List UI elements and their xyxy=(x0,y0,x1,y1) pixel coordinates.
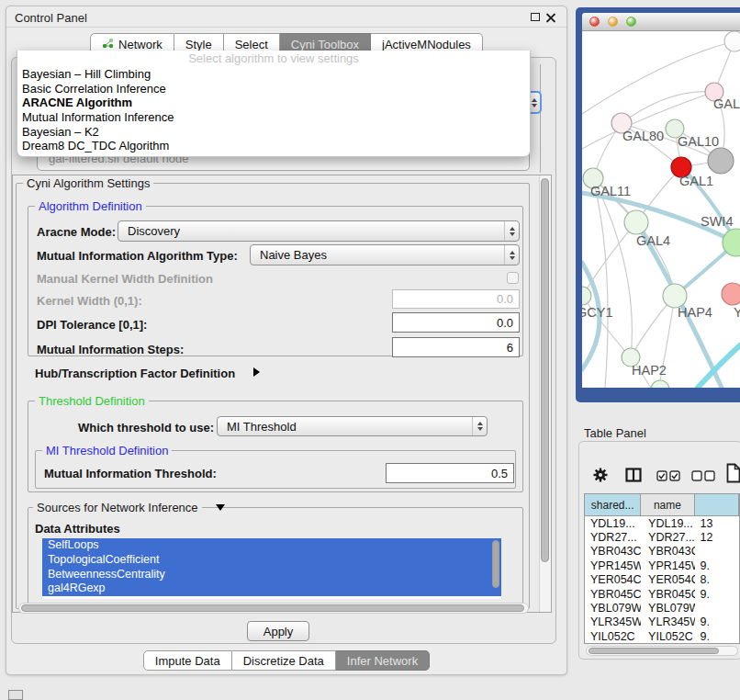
table-cell: YBR043C xyxy=(641,545,694,558)
table-row[interactable]: YDL19...YDL19...13 xyxy=(585,516,739,530)
network-canvas[interactable]: GALGAL80GAL10GAL1GAL11GAL4SWI4GCY1HAP4YH… xyxy=(582,31,740,388)
algorithm-option-bayesian-hill-climbing[interactable]: Bayesian – Hill Climbing xyxy=(17,67,530,82)
sources-title[interactable]: Sources for Network Inference xyxy=(33,501,202,514)
minimize-light[interactable] xyxy=(608,17,618,27)
float-window-icon[interactable] xyxy=(531,13,540,21)
table-cell: YIL052C xyxy=(585,630,641,643)
data-attributes-list[interactable]: SelfLoopsTopologicalCoefficientBetweenne… xyxy=(42,538,501,599)
node-label: HAP4 xyxy=(678,305,712,320)
node-table: shared...name YDL19...YDL19...13YDR27...… xyxy=(584,493,740,644)
chevron-right-icon[interactable] xyxy=(253,367,260,377)
kernel-width-field[interactable] xyxy=(392,289,520,309)
tab-impute-data[interactable]: Impute Data xyxy=(143,650,232,671)
table-row[interactable]: YBR043CYBR043C xyxy=(585,545,739,559)
table-cell: YPR145W xyxy=(585,559,641,572)
tab-infer-network[interactable]: Infer Network xyxy=(336,650,430,671)
table-cell: YPR145W xyxy=(641,559,694,572)
dpi-tolerance-label: DPI Tolerance [0,1]: xyxy=(37,318,147,332)
node-label: GAL1 xyxy=(679,174,713,188)
dpi-tolerance-field[interactable] xyxy=(392,312,520,333)
mi-threshold-field[interactable] xyxy=(386,463,514,483)
zoom-light[interactable] xyxy=(626,17,636,27)
close-light[interactable] xyxy=(589,17,600,27)
hub-definition-label[interactable]: Hub/Transcription Factor Definition xyxy=(35,367,235,380)
data-attribute-item[interactable]: BetweennessCentrality xyxy=(42,568,501,582)
attributes-vscrollbar-thumb[interactable] xyxy=(492,540,499,588)
mi-steps-label: Mutual Information Steps: xyxy=(37,343,184,356)
algorithm-option-bayesian-k2[interactable]: Bayesian – K2 xyxy=(17,125,530,140)
data-attribute-item[interactable]: SelfLoops xyxy=(42,538,501,553)
network-node[interactable] xyxy=(722,283,740,305)
table-panel-title: Table Panel xyxy=(584,426,646,440)
control-panel-title: Control Panel xyxy=(15,11,87,25)
node-label: HAP2 xyxy=(632,363,667,378)
table-cell: 9. xyxy=(695,615,740,628)
network-node[interactable] xyxy=(724,31,740,51)
unchecked-pair-icon[interactable] xyxy=(691,470,715,481)
tab-label: Select xyxy=(235,38,268,51)
table-row[interactable]: YBL079WYBL079W xyxy=(585,601,739,615)
table-cell: YBR043C xyxy=(585,545,641,558)
column-header[interactable]: name xyxy=(641,494,694,516)
tab-label: jActiveMNodules xyxy=(382,38,471,51)
table-row[interactable]: YLR345WYLR345W9. xyxy=(585,615,739,629)
algorithm-option-basic-correlation-inference[interactable]: Basic Correlation Inference xyxy=(17,82,530,96)
document-icon[interactable] xyxy=(726,463,740,483)
columns-icon[interactable] xyxy=(625,468,642,482)
table-cell: YBL079W xyxy=(585,602,641,615)
node-label: SWI4 xyxy=(701,214,733,229)
dock-panel-icon[interactable] xyxy=(8,690,23,700)
table-cell: YBR045C xyxy=(641,588,694,601)
table-cell: 9. xyxy=(695,588,740,601)
data-attribute-item[interactable]: TopologicalCoefficient xyxy=(42,553,501,568)
which-threshold-combobox[interactable]: MI Threshold xyxy=(217,416,488,436)
chevron-down-icon[interactable] xyxy=(216,504,225,511)
table-row[interactable]: YIL052CYIL052C9. xyxy=(585,629,739,643)
table-row[interactable]: YBR045CYBR045C9. xyxy=(585,587,739,601)
algorithm-option-aracne-algorithm[interactable]: ARACNE Algorithm xyxy=(17,96,530,110)
network-node[interactable] xyxy=(582,287,591,305)
settings-vscrollbar-thumb[interactable] xyxy=(541,178,549,562)
network-window-titlebar[interactable] xyxy=(582,13,740,31)
aracne-mode-value: Discovery xyxy=(118,224,504,238)
column-header[interactable] xyxy=(695,494,739,516)
network-node[interactable] xyxy=(624,210,648,234)
table-cell: 9. xyxy=(695,630,740,643)
node-label: GAL80 xyxy=(622,129,664,143)
table-cell: YBR045C xyxy=(585,588,641,601)
table-hscrollbar-thumb[interactable] xyxy=(589,648,719,654)
table-cell: YLR345W xyxy=(641,615,694,628)
table-row[interactable]: YPR145WYPR145W9. xyxy=(585,559,739,572)
table-body: YDL19...YDL19...13YDR27...YDR27...12YBR0… xyxy=(585,516,739,644)
network-node[interactable] xyxy=(708,148,734,174)
checked-pair-icon[interactable] xyxy=(656,470,680,481)
aracne-mode-label: Aracne Mode: xyxy=(37,225,116,239)
table-row[interactable]: YDR27...YDR27...12 xyxy=(585,530,739,544)
tab-label: Infer Network xyxy=(347,654,418,668)
kernel-width-label: Kernel Width (0,1): xyxy=(37,294,142,308)
manual-kernel-checkbox[interactable] xyxy=(507,272,519,284)
algorithm-option-dream8-dc-tdc-algorithm[interactable]: Dream8 DC_TDC Algorithm xyxy=(17,139,530,153)
settings-hscrollbar-thumb[interactable] xyxy=(21,604,524,612)
close-icon[interactable] xyxy=(545,12,555,22)
combo-arrows-icon xyxy=(504,221,519,241)
table-row[interactable]: YER054CYER054C8. xyxy=(585,573,739,587)
data-attribute-item[interactable]: gal4RGexp xyxy=(42,581,501,596)
table-cell: YLR345W xyxy=(585,615,641,628)
network-node[interactable] xyxy=(651,380,669,388)
node-label: GAL4 xyxy=(636,233,670,248)
table-cell: 12 xyxy=(695,531,740,544)
algorithm-option-mutual-information-inference[interactable]: Mutual Information Inference xyxy=(17,110,530,125)
table-cell: YDR27... xyxy=(641,531,694,544)
algorithm-options: Bayesian – Hill ClimbingBasic Correlatio… xyxy=(17,67,530,153)
apply-button[interactable]: Apply xyxy=(247,621,309,641)
tab-label: Discretize Data xyxy=(243,654,324,668)
mi-type-combobox[interactable]: Naive Bayes xyxy=(250,244,520,265)
column-header[interactable]: shared... xyxy=(585,494,641,516)
aracne-mode-combobox[interactable]: Discovery xyxy=(118,220,520,242)
algorithm-placeholder: Select algorithm to view settings xyxy=(17,51,530,67)
tab-discretize-data[interactable]: Discretize Data xyxy=(232,650,336,671)
screen: Control Panel NetworkStyleSelectCyni Too… xyxy=(0,0,740,700)
mi-steps-field[interactable] xyxy=(392,337,520,357)
gear-icon[interactable] xyxy=(592,467,609,483)
